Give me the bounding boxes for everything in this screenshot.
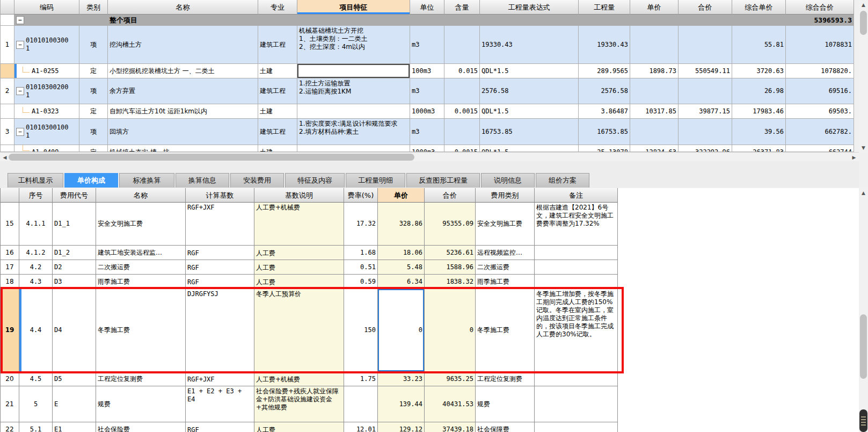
col-header-qty[interactable]: 工程量 [579,0,630,15]
scroll-up-icon[interactable]: ▲ [859,1,868,8]
top-vscroll-thumb[interactable] [860,11,867,35]
cell-total[interactable]: 40431.53 [425,386,476,422]
scroll-left-icon[interactable]: ◀ [1,153,9,162]
cell-total[interactable]: 37439.18 [425,422,476,432]
cell-major[interactable] [258,15,297,26]
cell-rate[interactable]: 0.51 [344,260,378,275]
tab-installation-fee[interactable]: 安装费用 [230,173,284,188]
cell-comp-unit-price[interactable]: 26371.83 [732,145,786,152]
cell-feature[interactable]: 1.挖土方运输放置 2.运输距离按1KM [297,78,410,104]
col-header-qty-expr[interactable]: 工程量表达式 [480,0,579,15]
collapse-icon[interactable]: − [16,87,24,95]
cell-calc-base[interactable]: RGF [186,422,254,432]
cell-category[interactable]: 项 [79,78,108,104]
cell-remark[interactable] [535,260,618,275]
cell-unit-price[interactable]: 129.12 [378,422,425,432]
cell-comp-total[interactable]: 1078820. [786,64,854,78]
cell-seq[interactable]: 4.5 [19,372,53,386]
cell-seq[interactable]: 5.1 [19,422,53,432]
cell-row-number[interactable]: 3 [1,119,14,145]
col-header-total[interactable]: 合价 [425,188,476,203]
cell-total[interactable]: 9635.25 [425,372,476,386]
collapse-icon[interactable]: − [16,16,24,24]
cell-row-number[interactable] [1,64,14,78]
col-header-remark[interactable]: 备注 [535,188,618,203]
cell-feature[interactable] [297,104,410,119]
cell-row-number[interactable]: 22 [1,422,19,432]
scroll-grip-widget[interactable] [859,409,867,432]
tab-conversion-info[interactable]: 换算信息 [176,173,229,188]
cell-unit[interactable] [410,15,444,26]
cell-remark[interactable]: 根据吉建造【2021】6号文，建筑工程安全文明施工费费率调整为17.32% [535,203,618,246]
cell-row-number[interactable]: 2 [1,78,14,104]
cell-total[interactable] [679,78,732,104]
cell-total[interactable]: 0 [425,289,476,372]
cell-major[interactable]: 建筑工程 [258,78,297,104]
cell-code[interactable]: A1-0255 [14,64,79,78]
cell-name[interactable]: 建筑工地安装远程监… [96,246,186,260]
cell-unit-price[interactable] [630,78,679,104]
cell-major[interactable]: 土建 [258,104,297,119]
cell-fee-category[interactable]: 安全文明施工费 [476,203,535,246]
cell-base-desc[interactable]: 人工费+机械费 [254,203,344,246]
tab-check-graphic-quantity[interactable]: 反查图形工程量 [406,173,480,188]
cell-row-number[interactable] [1,104,14,119]
cell-qty[interactable]: 289.9565 [579,64,630,78]
cell-total[interactable]: 5236.61 [425,246,476,260]
cell-feature[interactable] [297,64,410,78]
cell-content[interactable] [444,78,480,104]
cell-row-number[interactable]: 1 [1,26,14,64]
cell-unit[interactable]: 100m3 [410,64,444,78]
cell-unit-price[interactable]: 10317.85 [630,104,679,119]
cell-total[interactable]: 1588.96 [425,260,476,275]
cell-major[interactable]: 土建 [258,64,297,78]
cell-qty-expr[interactable] [480,15,579,26]
cell-code[interactable]: −010101003001 [14,26,79,64]
horizontal-scrollbar[interactable]: ◀ ▶ [0,152,859,162]
hscroll-thumb[interactable] [9,154,414,161]
cell-category[interactable]: 定 [79,104,108,119]
cell-total[interactable]: 39877.15 [679,104,732,119]
col-header-major[interactable]: 专业 [258,0,297,15]
cell-total[interactable] [679,26,732,64]
cell-comp-total[interactable]: 1078831 [786,26,854,64]
cell-qty-expr[interactable]: QDL*1.5 [480,64,579,78]
cell-base-desc[interactable]: 人工费+机械费 [254,372,344,386]
cell-fee-category[interactable]: 远程视频监控… [476,246,535,260]
cell-calc-base[interactable]: E1 + E2 + E3 + E4 [186,386,254,422]
cell-remark[interactable] [535,246,618,260]
tab-feature-and-content[interactable]: 特征及内容 [285,173,345,188]
cell-calc-base[interactable]: RGF [186,260,254,275]
cell-unit-price[interactable] [630,26,679,64]
cell-total[interactable] [679,119,732,145]
cell-base-desc[interactable]: 冬季人工预算价 [254,289,344,372]
cell-rate[interactable]: 12.01 [344,422,378,432]
cell-total[interactable] [679,15,732,26]
cell-total[interactable]: 1838.32 [425,275,476,289]
cell-major[interactable]: 建筑工程 [258,119,297,145]
col-header-base-desc[interactable]: 基数说明 [254,188,344,203]
cell-row-number[interactable] [1,145,14,152]
cell-name[interactable]: 冬季施工费 [96,289,186,372]
cell-name[interactable]: 自卸汽车运土方10t 运距1km以内 [108,104,258,119]
cell-content[interactable] [444,26,480,64]
bottom-vscroll-thumb[interactable] [860,314,867,379]
cell-base-desc[interactable]: 人工费 [254,275,344,289]
cell-calc-base[interactable]: RGF [186,246,254,260]
cell-rate[interactable] [344,386,378,422]
cell-qty-expr[interactable]: 2576.58 [480,78,579,104]
cell-comp-total[interactable]: 662782. [786,119,854,145]
cell-content[interactable]: 0.0015 [444,145,480,152]
cell-comp-total[interactable]: 5396593.3 [786,15,854,26]
cell-qty-expr[interactable]: 19330.43 [480,26,579,64]
cell-total[interactable]: 95355.09 [425,203,476,246]
cell-rate[interactable]: 17.32 [344,203,378,246]
cell-qty-expr[interactable]: QDL*1.5 [480,104,579,119]
cell-rate[interactable]: 1.75 [344,372,378,386]
cell-fee-code[interactable]: D1_2 [53,246,96,260]
collapse-icon[interactable]: − [16,128,24,136]
cell-unit-price[interactable]: 5.48 [378,260,425,275]
cell-name[interactable]: 整个项目 [108,15,258,26]
cell-remark[interactable] [535,422,618,432]
cell-category[interactable]: 定 [79,145,108,152]
